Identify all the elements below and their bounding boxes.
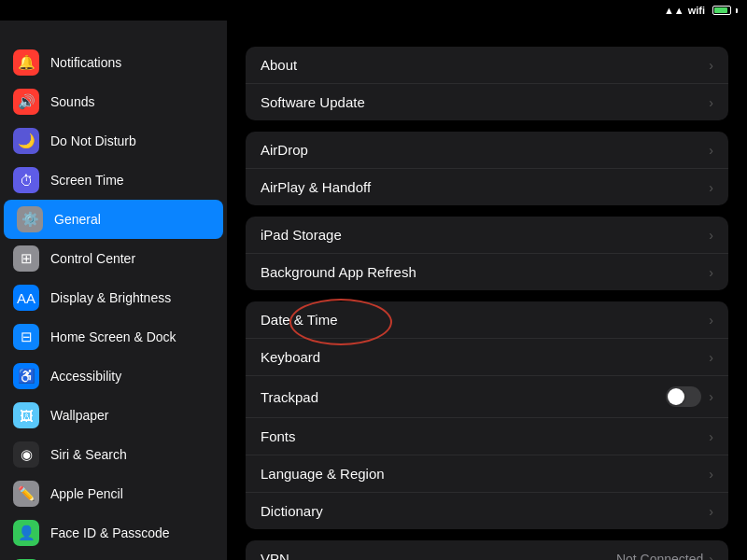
- chevron-airplay-handoff: ›: [709, 180, 713, 195]
- settings-group-group4: Date & Time›Keyboard›Trackpad›Fonts›Lang…: [246, 301, 728, 529]
- notifications-icon: 🔔: [13, 49, 39, 76]
- sidebar-label-display-brightness: Display & Brightness: [50, 290, 171, 305]
- sidebar-item-face-id[interactable]: 👤Face ID & Passcode: [0, 513, 227, 553]
- status-icons: ▲▲ wifi: [664, 5, 738, 16]
- sidebar-label-face-id: Face ID & Passcode: [50, 525, 170, 540]
- settings-row-dictionary[interactable]: Dictionary›: [246, 493, 728, 529]
- settings-group-group2: AirDrop›AirPlay & Handoff›: [246, 132, 728, 205]
- sidebar: 🔔Notifications🔊Sounds🌙Do Not Disturb⏱Scr…: [0, 0, 227, 560]
- sidebar-item-apple-pencil[interactable]: ✏️Apple Pencil: [0, 474, 227, 513]
- sidebar-item-display-brightness[interactable]: AADisplay & Brightness: [0, 278, 227, 317]
- settings-row-background-refresh[interactable]: Background App Refresh›: [246, 254, 728, 290]
- settings-row-trackpad[interactable]: Trackpad›: [246, 376, 728, 418]
- chevron-software-update: ›: [709, 95, 713, 110]
- sidebar-label-sounds: Sounds: [50, 94, 94, 109]
- sidebar-label-do-not-disturb: Do Not Disturb: [50, 133, 136, 148]
- screen-time-icon: ⏱: [13, 167, 39, 193]
- sounds-icon: 🔊: [13, 89, 39, 115]
- status-time: [9, 5, 15, 16]
- main-title: [227, 21, 747, 47]
- chevron-fonts: ›: [709, 429, 713, 444]
- row-label-trackpad: Trackpad: [261, 389, 666, 405]
- settings-row-date-time[interactable]: Date & Time›: [246, 301, 728, 339]
- settings-groups: About›Software Update›AirDrop›AirPlay & …: [227, 47, 747, 560]
- settings-group-group5: VPNNot Connected›: [246, 540, 728, 560]
- chevron-date-time: ›: [709, 313, 713, 328]
- cell-icon: ▲▲: [664, 5, 684, 16]
- row-label-vpn: VPN: [261, 551, 616, 560]
- row-label-dictionary: Dictionary: [261, 503, 709, 519]
- battery-tip: [736, 8, 738, 13]
- sidebar-label-notifications: Notifications: [50, 55, 121, 70]
- main-content: About›Software Update›AirDrop›AirPlay & …: [227, 0, 747, 560]
- sidebar-item-accessibility[interactable]: ♿Accessibility: [0, 357, 227, 396]
- general-icon: ⚙️: [17, 206, 43, 232]
- chevron-vpn: ›: [709, 552, 713, 561]
- sidebar-item-siri-search[interactable]: ◉Siri & Search: [0, 435, 227, 474]
- sidebar-item-screen-time[interactable]: ⏱Screen Time: [0, 161, 227, 200]
- row-label-about: About: [261, 57, 709, 73]
- status-bar: ▲▲ wifi: [0, 0, 747, 21]
- control-center-icon: ⊞: [13, 245, 39, 272]
- row-label-ipad-storage: iPad Storage: [261, 227, 709, 243]
- sidebar-label-screen-time: Screen Time: [50, 173, 124, 188]
- settings-row-keyboard[interactable]: Keyboard›: [246, 339, 728, 376]
- display-brightness-icon: AA: [13, 285, 39, 311]
- sidebar-item-do-not-disturb[interactable]: 🌙Do Not Disturb: [0, 121, 227, 161]
- sidebar-label-wallpaper: Wallpaper: [50, 408, 109, 423]
- settings-row-vpn[interactable]: VPNNot Connected›: [246, 540, 728, 560]
- sidebar-label-control-center: Control Center: [50, 251, 135, 266]
- settings-row-about[interactable]: About›: [246, 47, 728, 84]
- settings-row-software-update[interactable]: Software Update›: [246, 84, 728, 120]
- row-label-keyboard: Keyboard: [261, 349, 709, 365]
- settings-group-group3: iPad Storage›Background App Refresh›: [246, 217, 728, 290]
- settings-row-airdrop[interactable]: AirDrop›: [246, 132, 728, 169]
- row-value-vpn: Not Connected: [616, 552, 703, 561]
- sidebar-item-sounds[interactable]: 🔊Sounds: [0, 82, 227, 121]
- chevron-airdrop: ›: [709, 143, 713, 158]
- row-label-background-refresh: Background App Refresh: [261, 264, 709, 280]
- do-not-disturb-icon: 🌙: [13, 128, 39, 154]
- sidebar-item-home-screen[interactable]: ⊟Home Screen & Dock: [0, 317, 227, 357]
- wallpaper-icon: 🖼: [13, 402, 39, 428]
- sidebar-item-control-center[interactable]: ⊞Control Center: [0, 239, 227, 278]
- sidebar-label-general: General: [54, 212, 101, 227]
- siri-search-icon: ◉: [13, 441, 39, 468]
- row-label-airdrop: AirDrop: [261, 142, 709, 158]
- chevron-trackpad: ›: [709, 389, 713, 404]
- sidebar-items-list: 🔔Notifications🔊Sounds🌙Do Not Disturb⏱Scr…: [0, 43, 227, 560]
- settings-row-airplay-handoff[interactable]: AirPlay & Handoff›: [246, 169, 728, 205]
- sidebar-label-accessibility: Accessibility: [50, 369, 121, 384]
- sidebar-label-home-screen: Home Screen & Dock: [50, 329, 176, 344]
- row-label-language-region: Language & Region: [261, 466, 709, 482]
- sidebar-label-apple-pencil: Apple Pencil: [50, 486, 123, 501]
- settings-row-ipad-storage[interactable]: iPad Storage›: [246, 217, 728, 254]
- sidebar-title: [0, 21, 227, 43]
- row-label-date-time: Date & Time: [261, 312, 709, 328]
- toggle-thumb-trackpad: [668, 388, 684, 405]
- apple-pencil-icon: ✏️: [13, 481, 39, 507]
- chevron-language-region: ›: [709, 467, 713, 482]
- home-screen-icon: ⊟: [13, 324, 39, 350]
- accessibility-icon: ♿: [13, 363, 39, 389]
- chevron-dictionary: ›: [709, 504, 713, 519]
- toggle-trackpad[interactable]: [666, 386, 701, 407]
- sidebar-label-siri-search: Siri & Search: [50, 447, 127, 462]
- sidebar-item-battery[interactable]: 🔋Battery: [0, 553, 227, 560]
- chevron-about: ›: [709, 58, 713, 73]
- row-label-airplay-handoff: AirPlay & Handoff: [261, 179, 709, 195]
- chevron-keyboard: ›: [709, 350, 713, 365]
- settings-row-language-region[interactable]: Language & Region›: [246, 455, 728, 493]
- chevron-background-refresh: ›: [709, 265, 713, 280]
- face-id-icon: 👤: [13, 520, 39, 546]
- wifi-icon: wifi: [688, 5, 705, 16]
- row-label-software-update: Software Update: [261, 94, 709, 110]
- sidebar-item-wallpaper[interactable]: 🖼Wallpaper: [0, 396, 227, 435]
- chevron-ipad-storage: ›: [709, 228, 713, 243]
- settings-group-group1: About›Software Update›: [246, 47, 728, 120]
- row-label-fonts: Fonts: [261, 428, 709, 444]
- settings-row-fonts[interactable]: Fonts›: [246, 418, 728, 455]
- battery-icon: [712, 6, 731, 15]
- sidebar-item-notifications[interactable]: 🔔Notifications: [0, 43, 227, 82]
- sidebar-item-general[interactable]: ⚙️General: [4, 200, 223, 239]
